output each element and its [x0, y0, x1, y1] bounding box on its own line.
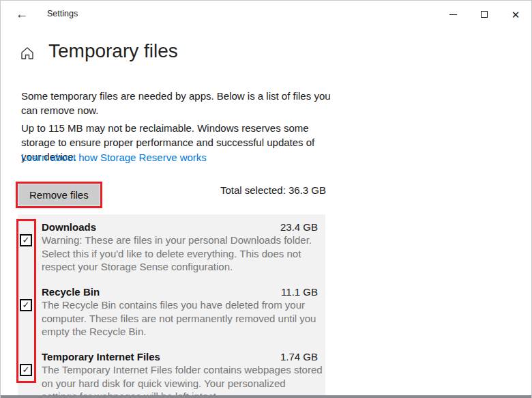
settings-window: ← Settings ✕ Temporary files Some tempor… [0, 0, 532, 398]
file-name: Downloads [42, 221, 317, 233]
minimize-icon [449, 14, 457, 15]
recycle-bin-checkbox[interactable]: ✓ [20, 299, 32, 311]
title-bar: ← Settings ✕ [1, 1, 531, 28]
remove-files-button[interactable]: Remove files [18, 184, 100, 205]
checkmark-icon: ✓ [23, 365, 30, 374]
file-size: 23.4 GB [280, 221, 318, 233]
list-item-recycle-bin: ✓ Recycle Bin 11.1 GB The Recycle Bin co… [18, 279, 325, 344]
maximize-button[interactable] [469, 1, 500, 28]
file-size: 11.1 GB [281, 285, 318, 298]
file-name: Temporary Internet Files [42, 350, 317, 363]
intro-text: Some temporary files are needed by apps.… [21, 89, 336, 117]
page-heading: Temporary files [20, 40, 178, 62]
list-item-downloads: ✓ Downloads 23.4 GB Warning: These are f… [18, 214, 325, 279]
storage-reserve-link[interactable]: Learn about how Storage Reserve works [21, 152, 207, 163]
list-item-temporary-internet-files: ✓ Temporary Internet Files 1.74 GB The T… [18, 344, 325, 396]
total-selected-label: Total selected: 36.3 GB [190, 184, 326, 196]
downloads-checkbox[interactable]: ✓ [20, 234, 32, 246]
file-size: 1.74 GB [280, 350, 318, 363]
checkmark-icon: ✓ [23, 300, 30, 309]
file-description: The Temporary Internet Files folder cont… [42, 363, 323, 396]
checkmark-icon: ✓ [23, 236, 30, 244]
close-button[interactable]: ✕ [500, 1, 531, 28]
home-icon [20, 46, 35, 61]
window-bottom-edge [1, 395, 531, 398]
back-arrow-icon: ← [16, 7, 29, 22]
app-title: Settings [47, 9, 78, 18]
close-icon: ✕ [512, 10, 520, 20]
back-button[interactable]: ← [10, 3, 33, 25]
file-description: Warning: These are files in your persona… [42, 233, 323, 274]
page-title: Temporary files [48, 40, 178, 62]
maximize-icon [481, 11, 488, 18]
window-controls: ✕ [437, 1, 531, 28]
remove-button-annotation: Remove files [16, 182, 102, 208]
file-description: The Recycle Bin contains files you have … [42, 298, 323, 339]
file-name: Recycle Bin [42, 285, 317, 298]
temporary-internet-files-checkbox[interactable]: ✓ [20, 364, 32, 376]
temporary-files-list: ✓ Downloads 23.4 GB Warning: These are f… [18, 214, 325, 396]
minimize-button[interactable] [437, 1, 469, 28]
